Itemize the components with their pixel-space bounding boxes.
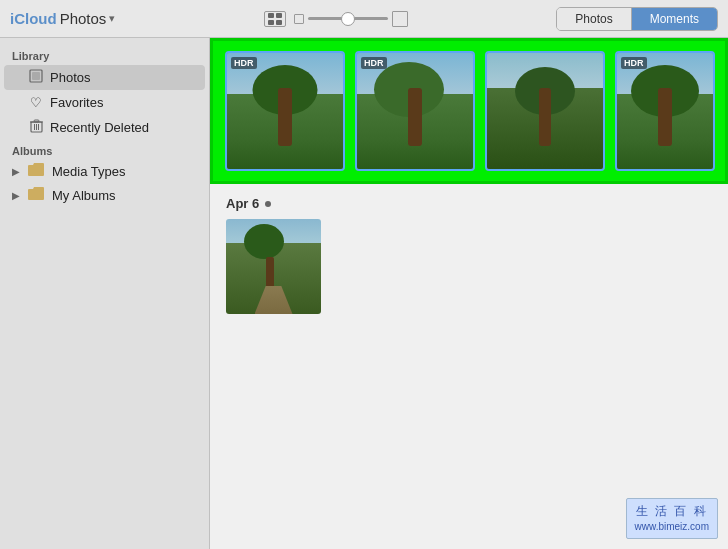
hdr-badge-2: HDR (361, 57, 387, 69)
sidebar-item-recently-deleted[interactable]: Recently Deleted (4, 115, 205, 140)
watermark: 生 活 百 科 www.bimeiz.com (626, 498, 718, 539)
photos-icon (28, 69, 44, 86)
selected-photo-1[interactable]: HDR (225, 51, 345, 171)
svg-rect-8 (34, 120, 39, 122)
favorites-icon: ♡ (28, 95, 44, 110)
app-title-icloud: iCloud (10, 10, 57, 27)
sidebar-item-favorites[interactable]: ♡ Favorites (4, 91, 205, 114)
folder-albums-icon (28, 187, 44, 203)
hdr-badge-1: HDR (231, 57, 257, 69)
sidebar-group-my-albums[interactable]: ▶ My Albums (0, 183, 209, 207)
albums-section-label: Albums (0, 141, 209, 159)
selected-photo-3[interactable] (485, 51, 605, 171)
top-bar-center (115, 11, 556, 27)
folder-media-icon (28, 163, 44, 179)
svg-rect-5 (32, 72, 40, 80)
selected-photo-4[interactable]: HDR (615, 51, 715, 171)
tab-photos[interactable]: Photos (557, 8, 631, 30)
sidebar: Library Photos ♡ Favorites (0, 38, 210, 549)
date-section: Apr 6 (210, 184, 728, 320)
layout-toggle-icon[interactable] (264, 11, 286, 27)
sidebar-group-my-albums-label: My Albums (52, 188, 116, 203)
watermark-url-text: www.bimeiz.com (635, 520, 709, 534)
main-layout: Library Photos ♡ Favorites (0, 38, 728, 549)
app-title: iCloud Photos ▾ (10, 10, 115, 27)
library-section-label: Library (0, 46, 209, 64)
expand-arrow-icon: ▶ (12, 166, 20, 177)
top-bar: iCloud Photos ▾ Photos Moments (0, 0, 728, 38)
sidebar-item-photos[interactable]: Photos (4, 65, 205, 90)
grid-photo-1[interactable] (226, 219, 321, 314)
sidebar-group-media-types[interactable]: ▶ Media Types (0, 159, 209, 183)
selected-photo-2[interactable]: HDR (355, 51, 475, 171)
svg-rect-2 (268, 20, 274, 25)
zoom-slider[interactable] (308, 17, 388, 20)
date-text: Apr 6 (226, 196, 259, 211)
content-area: HDR HDR (210, 38, 728, 549)
view-tab-group: Photos Moments (556, 7, 718, 31)
expand-arrow-icon-2: ▶ (12, 190, 20, 201)
selected-photos-strip: HDR HDR (210, 38, 728, 184)
sidebar-item-photos-label: Photos (50, 70, 90, 85)
zoom-out-icon (294, 14, 304, 24)
watermark-cn-text: 生 活 百 科 (635, 503, 709, 520)
hdr-badge-4: HDR (621, 57, 647, 69)
zoom-slider-container (294, 11, 408, 27)
photo-grid (226, 219, 712, 314)
sidebar-item-favorites-label: Favorites (50, 95, 103, 110)
date-label: Apr 6 (226, 196, 712, 211)
svg-rect-3 (276, 20, 282, 25)
date-dot-icon (265, 201, 271, 207)
zoom-in-icon (392, 11, 408, 27)
app-title-photos: Photos (60, 10, 107, 27)
trash-icon (28, 119, 44, 136)
svg-rect-1 (276, 13, 282, 18)
tab-moments[interactable]: Moments (632, 8, 717, 30)
sidebar-group-media-types-label: Media Types (52, 164, 125, 179)
sidebar-item-recently-deleted-label: Recently Deleted (50, 120, 149, 135)
top-bar-right: Photos Moments (556, 7, 718, 31)
svg-rect-0 (268, 13, 274, 18)
